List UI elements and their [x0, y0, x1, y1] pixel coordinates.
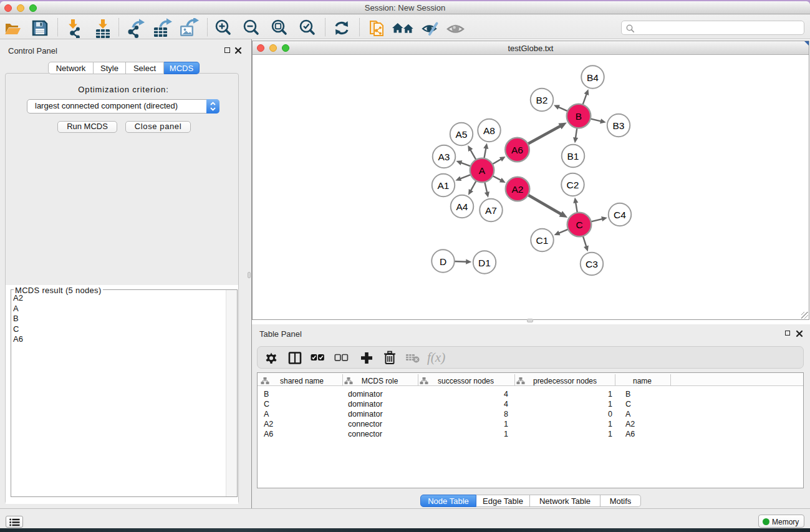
svg-text:B1: B1: [567, 151, 579, 162]
svg-text:A1: A1: [438, 180, 450, 191]
svg-text:A5: A5: [456, 129, 468, 140]
svg-text:C2: C2: [567, 180, 579, 190]
svg-text:B3: B3: [613, 120, 625, 131]
svg-text:A6: A6: [511, 145, 523, 155]
svg-text:D: D: [440, 256, 446, 267]
svg-text:A3: A3: [438, 152, 450, 162]
svg-text:C1: C1: [536, 235, 549, 246]
svg-text:A2: A2: [512, 184, 524, 195]
svg-text:C: C: [576, 220, 582, 230]
svg-text:A7: A7: [485, 205, 497, 216]
svg-text:D1: D1: [478, 258, 491, 268]
svg-text:C3: C3: [586, 259, 598, 269]
svg-text:B4: B4: [587, 72, 599, 83]
svg-text:A: A: [479, 165, 486, 176]
svg-text:B: B: [576, 111, 582, 122]
svg-text:B2: B2: [536, 95, 548, 105]
svg-text:A4: A4: [456, 201, 468, 212]
svg-text:A8: A8: [483, 125, 495, 136]
svg-text:C4: C4: [614, 210, 626, 220]
